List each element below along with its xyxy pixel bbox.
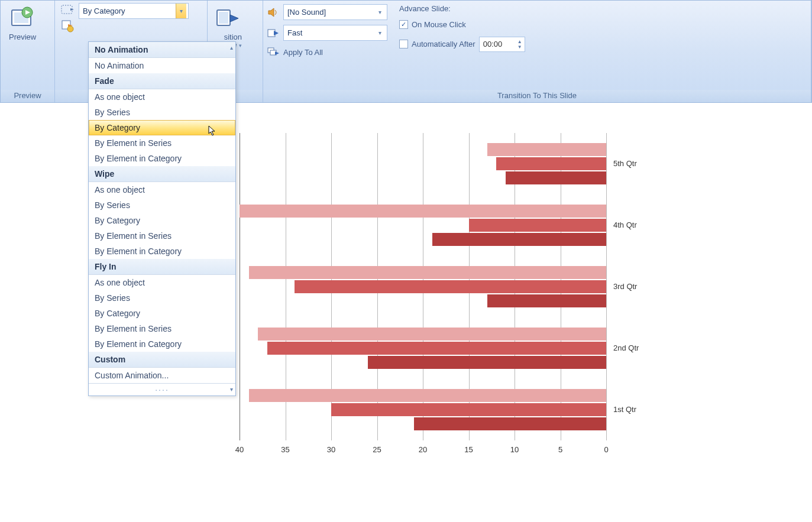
on-mouse-click-label: On Mouse Click (412, 20, 466, 29)
sound-combo[interactable]: [No Sound] ▾ (283, 4, 387, 20)
sound-icon (267, 6, 280, 19)
auto-after-time[interactable]: ▲▼ (479, 37, 525, 52)
advance-slide-title: Advance Slide: (399, 4, 525, 13)
preview-label: Preview (9, 33, 36, 41)
svg-marker-11 (230, 15, 238, 22)
on-mouse-click-checkbox[interactable]: ✓ (399, 20, 408, 29)
dropdown-group-header: No Animation (89, 42, 235, 58)
apply-all-button[interactable]: Apply To All (283, 48, 323, 57)
auto-after-input[interactable] (480, 40, 515, 48)
speed-combo[interactable]: Fast ▾ (283, 25, 387, 41)
ribbon-group-transition: [No Sound] ▾ Fast ▾ Apply To All (263, 1, 811, 102)
svg-point-8 (67, 26, 73, 32)
preview-button[interactable]: Preview (4, 3, 41, 87)
dropdown-item[interactable]: As one object (89, 89, 235, 103)
animate-dropdown: ▴ ▾ No AnimationNo AnimationFadeAs one o… (88, 41, 236, 103)
scroll-up-icon[interactable]: ▴ (228, 44, 234, 51)
preview-icon (9, 5, 35, 31)
custom-animation-icon[interactable] (61, 20, 74, 33)
animate-combo[interactable]: By Category ▾ (79, 3, 189, 19)
spin-up-icon[interactable]: ▲ (515, 39, 525, 44)
dropdown-item[interactable]: No Animation (89, 58, 235, 73)
svg-marker-16 (275, 51, 279, 55)
spin-down-icon[interactable]: ▼ (515, 44, 525, 50)
svg-marker-13 (274, 31, 279, 35)
animate-icon-1[interactable] (61, 3, 74, 16)
chevron-down-icon: ▾ (176, 4, 186, 18)
speed-icon (267, 27, 280, 40)
chevron-down-icon: ▾ (239, 43, 242, 48)
dropdown-scrollbar[interactable]: ▴ ▾ (228, 44, 234, 103)
transition-icon (216, 5, 242, 31)
speed-value: Fast (287, 28, 374, 37)
ribbon-group-preview: Preview Preview (1, 1, 55, 102)
animate-combo-value: By Category (83, 7, 176, 15)
apply-all-icon (267, 46, 280, 59)
chevron-down-icon: ▾ (374, 30, 385, 36)
group-label-transition: Transition To This Slide (263, 90, 811, 102)
sound-value: [No Sound] (287, 8, 374, 17)
svg-rect-10 (219, 12, 228, 24)
group-label-preview: Preview (1, 90, 54, 102)
auto-after-checkbox[interactable] (399, 40, 408, 48)
chevron-down-icon: ▾ (374, 9, 385, 15)
spinner[interactable]: ▲▼ (515, 39, 525, 50)
auto-after-label: Automatically After (412, 40, 475, 48)
dropdown-group-header: Fade (89, 73, 235, 89)
